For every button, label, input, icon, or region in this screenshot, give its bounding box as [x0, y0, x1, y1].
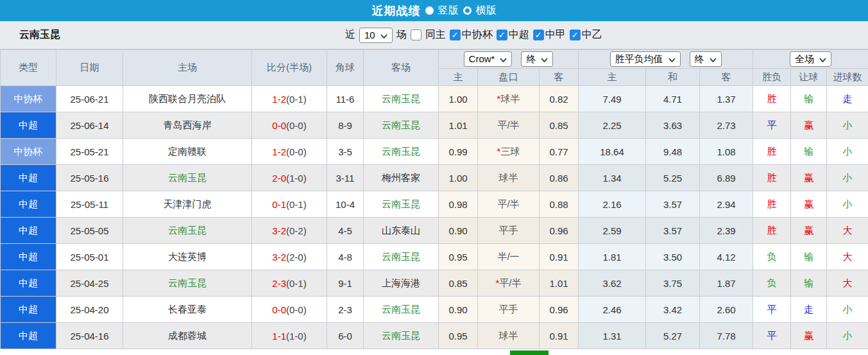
avg-home-cell: 1.31: [579, 323, 646, 349]
home-team-cell: 定南赣联: [123, 139, 252, 165]
league-label: 中协杯: [462, 28, 493, 42]
match-row: 中超25-05-11天津津门虎0-1(0-1)10-4云南玉昆0.98平/半0.…: [1, 191, 868, 218]
scope-group-header: 全场: [753, 50, 868, 69]
filter-bar: 云南玉昆 近 10 场 同主 ✓ 中协杯 ✓ 中超 ✓ 中甲 ✓ 中乙: [0, 21, 868, 49]
score-cell: 1-2(0-1): [252, 86, 327, 112]
away-odds-cell: 0.86: [540, 165, 579, 191]
corner-cell: 8-9: [327, 112, 364, 139]
corner-cell: 4-5: [327, 218, 364, 244]
sub-header-handicap-result: 让球: [791, 69, 827, 86]
type-cell: 中超: [1, 270, 56, 297]
scope-value: 全场: [795, 53, 814, 65]
score-cell: 1-1(1-0): [252, 323, 327, 349]
odds-company-select[interactable]: Crow*: [464, 51, 513, 67]
goals-cell: 小: [827, 112, 868, 139]
league-checkbox-league2[interactable]: ✓: [570, 30, 581, 40]
away-odds-cell: 0.96: [540, 297, 579, 323]
home-odds-cell: 0.99: [439, 139, 478, 165]
goals-cell: 小: [827, 165, 868, 191]
sub-header-avg-home: 主: [579, 69, 646, 86]
score-cell: 2-3(0-1): [252, 270, 327, 297]
league-checkbox-league1[interactable]: ✓: [533, 30, 544, 40]
match-row: 中协杯25-06-21陕西联合月亮泊队1-2(0-1)11-6云南玉昆1.00*…: [1, 86, 868, 112]
avg-home-cell: 2.25: [579, 112, 646, 139]
goals-cell: 大: [827, 218, 868, 244]
away-team-cell: 云南玉昆: [364, 297, 439, 323]
date-cell: 25-05-21: [56, 139, 123, 165]
type-cell: 中超: [1, 297, 56, 323]
horizontal-radio[interactable]: [463, 6, 472, 15]
result-cell: 平: [753, 323, 791, 349]
home-team-cell: 大连英博: [123, 244, 252, 270]
goals-cell: 小: [827, 297, 868, 323]
date-cell: 25-06-14: [56, 112, 123, 139]
date-cell: 25-06-21: [56, 86, 123, 112]
handicap-result-cell: 输: [791, 139, 827, 165]
col-header-date: 日期: [56, 50, 123, 86]
col-header-away: 客场: [364, 50, 439, 86]
away-odds-cell: 0.96: [540, 218, 579, 244]
avg-stage-select[interactable]: 终: [690, 51, 722, 67]
avg-home-cell: 18.64: [579, 139, 646, 165]
handicap-cell: *三球: [478, 139, 540, 165]
match-row: 中超25-06-14青岛西海岸0-0(0-0)8-9云南玉昆1.01平/半0.8…: [1, 112, 868, 139]
sub-header-odds-away: 客: [540, 69, 579, 86]
away-odds-cell: 0.88: [540, 191, 579, 218]
handicap-cell: 平/半: [478, 112, 540, 139]
green-indicator-bar: [510, 351, 549, 355]
sub-header-odds-home: 主: [439, 69, 478, 86]
chevron-down-icon: [710, 53, 717, 65]
recent-label: 近: [345, 28, 355, 42]
avg-away-cell: 2.60: [700, 297, 753, 323]
avg-home-cell: 2.46: [579, 297, 646, 323]
league-checkbox-csl[interactable]: ✓: [497, 30, 507, 40]
avg-home-cell: 3.62: [579, 270, 646, 297]
avg-type-value: 胜平负均值: [615, 53, 663, 65]
matches-label: 场: [396, 28, 407, 42]
score-cell: 2-0(1-0): [252, 165, 327, 191]
away-team-cell: 云南玉昆: [364, 323, 439, 349]
avg-draw-cell: 3.57: [646, 191, 700, 218]
avg-home-cell: 2.59: [579, 218, 646, 244]
away-team-cell: 云南玉昆: [364, 191, 439, 218]
home-odds-cell: 0.90: [439, 218, 478, 244]
league-filter-cup: ✓ 中协杯: [450, 28, 493, 42]
score-cell: 1-2(0-0): [252, 139, 327, 165]
result-cell: 胜: [753, 191, 791, 218]
score-cell: 3-2(0-2): [252, 218, 327, 244]
corner-cell: 6-0: [327, 323, 364, 349]
home-odds-cell: 1.00: [439, 86, 478, 112]
handicap-result-cell: 赢: [791, 323, 827, 349]
horizontal-radio-label[interactable]: 横版: [476, 4, 497, 17]
handicap-cell: 平/半: [478, 191, 540, 218]
same-home-checkbox[interactable]: [411, 30, 421, 40]
match-row: 中超25-05-01大连英博3-2(2-0)4-8云南玉昆0.95半/一0.91…: [1, 244, 868, 270]
avg-home-cell: 1.34: [579, 165, 646, 191]
date-cell: 25-04-16: [56, 323, 123, 349]
odds-company-value: Crow*: [469, 53, 495, 65]
recent-count-select[interactable]: 10: [359, 28, 393, 43]
league-label: 中甲: [545, 28, 566, 42]
vertical-radio-label[interactable]: 竖版: [438, 4, 459, 17]
home-odds-cell: 1.00: [439, 165, 478, 191]
date-cell: 25-05-11: [56, 191, 123, 218]
odds-stage-select[interactable]: 终: [521, 51, 553, 67]
score-cell: 0-0(0-0): [252, 112, 327, 139]
corner-cell: 3-5: [327, 139, 364, 165]
scope-select[interactable]: 全场: [790, 51, 831, 67]
match-row: 中超25-04-20长春亚泰0-0(0-0)2-3云南玉昆0.90平手0.962…: [1, 297, 868, 323]
away-odds-cell: 0.77: [540, 139, 579, 165]
away-odds-cell: 0.91: [540, 244, 579, 270]
league-checkbox-cup[interactable]: ✓: [450, 30, 461, 40]
type-cell: 中超: [1, 191, 56, 218]
result-cell: 平: [753, 112, 791, 139]
home-odds-cell: 0.98: [439, 191, 478, 218]
handicap-result-cell: 赢: [791, 191, 827, 218]
col-header-home: 主场: [123, 50, 252, 86]
result-cell: 胜: [753, 218, 791, 244]
result-cell: 负: [753, 244, 791, 270]
vertical-radio[interactable]: [425, 6, 434, 15]
avg-draw-cell: 3.50: [646, 244, 700, 270]
recent-count-value: 10: [364, 30, 375, 41]
avg-type-select[interactable]: 胜平负均值: [610, 51, 681, 67]
